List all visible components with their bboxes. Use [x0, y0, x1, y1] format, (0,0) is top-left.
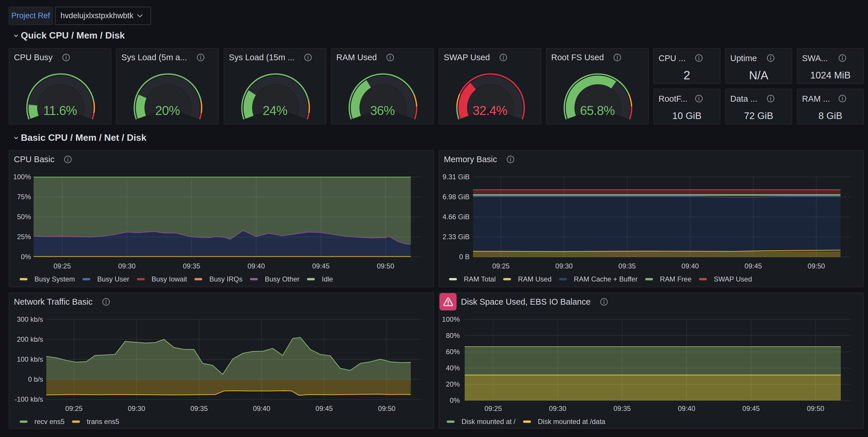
svg-text:09:30: 09:30	[118, 262, 135, 270]
svg-text:09:40: 09:40	[681, 262, 699, 270]
svg-text:100 kb/s: 100 kb/s	[17, 355, 43, 363]
svg-text:09:45: 09:45	[744, 262, 762, 270]
svg-text:4.66 GiB: 4.66 GiB	[443, 213, 470, 221]
svg-text:09:50: 09:50	[807, 405, 824, 412]
svg-text:0%: 0%	[21, 253, 31, 261]
svg-text:09:45: 09:45	[742, 405, 760, 412]
svg-text:09:25: 09:25	[492, 262, 509, 270]
svg-text:09:35: 09:35	[183, 262, 200, 270]
svg-text:09:25: 09:25	[484, 405, 502, 412]
svg-text:75%: 75%	[17, 193, 31, 201]
svg-text:09:35: 09:35	[618, 262, 636, 270]
svg-text:200 kb/s: 200 kb/s	[17, 336, 43, 343]
svg-text:09:30: 09:30	[549, 405, 566, 412]
svg-text:09:50: 09:50	[808, 262, 825, 270]
svg-text:09:25: 09:25	[54, 262, 71, 270]
svg-text:09:50: 09:50	[378, 405, 396, 412]
svg-text:60%: 60%	[446, 348, 460, 356]
svg-text:100%: 100%	[13, 173, 31, 181]
svg-text:50%: 50%	[17, 213, 31, 221]
svg-text:09:35: 09:35	[190, 405, 208, 412]
svg-text:09:40: 09:40	[247, 262, 265, 270]
svg-text:100%: 100%	[442, 315, 460, 323]
svg-text:20%: 20%	[446, 380, 460, 388]
svg-text:300 kb/s: 300 kb/s	[17, 315, 43, 323]
svg-text:09:45: 09:45	[312, 262, 330, 270]
svg-text:0%: 0%	[450, 397, 460, 404]
svg-text:-100 kb/s: -100 kb/s	[14, 395, 43, 403]
svg-text:09:30: 09:30	[128, 405, 145, 412]
svg-text:09:25: 09:25	[65, 405, 83, 412]
svg-text:09:30: 09:30	[555, 262, 572, 270]
svg-text:0 b/s: 0 b/s	[28, 375, 43, 383]
svg-text:6.98 GiB: 6.98 GiB	[443, 193, 470, 201]
svg-text:09:40: 09:40	[678, 405, 695, 412]
svg-text:09:45: 09:45	[315, 405, 333, 412]
svg-text:0 B: 0 B	[459, 253, 470, 261]
svg-text:9.31 GiB: 9.31 GiB	[443, 173, 470, 181]
svg-text:80%: 80%	[446, 331, 460, 340]
svg-text:40%: 40%	[446, 364, 460, 372]
svg-text:25%: 25%	[17, 233, 31, 241]
svg-text:09:40: 09:40	[253, 405, 270, 412]
svg-text:09:35: 09:35	[613, 405, 631, 412]
svg-text:09:50: 09:50	[377, 262, 394, 270]
svg-text:2.33 GiB: 2.33 GiB	[443, 233, 470, 241]
